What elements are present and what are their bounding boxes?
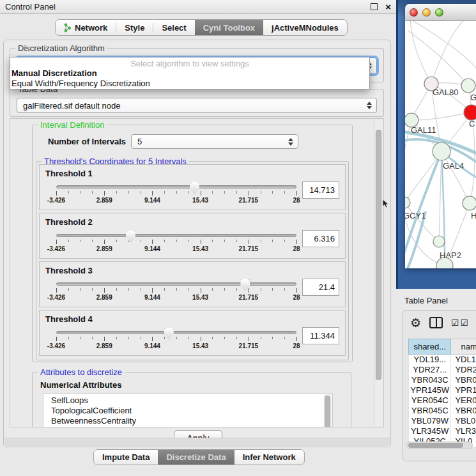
node-label: GCY1 [405, 211, 426, 220]
table-row[interactable]: YBR043CYBR0 [409, 375, 476, 385]
tick-mark [224, 240, 225, 242]
threshold-value-field[interactable]: 21.4 [302, 279, 339, 296]
number-of-intervals-combobox[interactable]: 5 [131, 134, 298, 149]
table-row[interactable]: YLR345WYLR3 [409, 426, 476, 436]
tick-label: 21.715 [239, 245, 259, 252]
tick-mark [81, 191, 81, 194]
tab-label: Network [75, 23, 107, 33]
tab-discretize-data[interactable]: Discretize Data [158, 450, 234, 464]
tick-mark [152, 288, 153, 293]
tab-select[interactable]: Select [153, 20, 194, 35]
table-row[interactable]: YDR27...YDR2 [409, 365, 476, 375]
tick-mark [212, 191, 213, 194]
tick-label: 21.715 [239, 197, 259, 204]
tick-mark [201, 288, 201, 293]
tick-mark [56, 288, 57, 293]
tick-mark [92, 288, 93, 291]
slider-track[interactable] [56, 331, 296, 334]
table-row[interactable]: YDL19...YDL1 [409, 355, 476, 365]
slider-track[interactable] [56, 282, 296, 286]
dropdown-item-manual-discretization[interactable]: Manual Discretization [10, 68, 369, 79]
float-window-icon[interactable] [371, 3, 378, 10]
threshold-label: Threshold 4 [45, 314, 93, 324]
minimize-traffic-light-icon[interactable] [422, 8, 431, 17]
gear-icon[interactable]: ⚙ [410, 317, 421, 329]
tick-mark [284, 337, 285, 339]
table-row[interactable]: YBR045CYBR0 [409, 406, 476, 416]
attributes-list-scrollbar[interactable] [324, 394, 332, 427]
network-node[interactable] [461, 79, 475, 93]
dropdown-item-equal-width-frequency[interactable]: Equal Width/Frequency Discretization [10, 79, 369, 89]
network-node[interactable] [405, 197, 410, 208]
threshold-slider[interactable]: -3.4262.8599.14415.4321.71528 [56, 185, 296, 207]
threshold-slider[interactable]: -3.4262.8599.14415.4321.71528 [56, 234, 296, 256]
panel-vertical-scrollbar[interactable] [374, 119, 383, 426]
attribute-list-item[interactable]: BetweennessCentrality [43, 416, 332, 426]
slider-tick-labels: -3.4262.8599.14415.4321.71528 [56, 294, 296, 302]
tab-style[interactable]: Style [116, 20, 153, 35]
top-tab-bar: NetworkStyleSelectCyni ToolboxjActiveMNo… [55, 19, 348, 36]
tab-jactivemnodules[interactable]: jActiveMNodules [263, 20, 347, 35]
tab-impute-data[interactable]: Impute Data [94, 450, 158, 464]
table-row[interactable]: YBL079WYBL0 [409, 416, 476, 426]
tick-mark [224, 191, 225, 194]
tick-mark [176, 191, 177, 194]
table-row[interactable]: YPR145WYPR1 [409, 385, 476, 395]
tick-mark [236, 240, 237, 242]
table-column-header[interactable]: shared... [409, 339, 451, 355]
network-node[interactable] [433, 142, 450, 160]
network-canvas[interactable]: GAL80GACGAL11GAL4GCY1HHAP2 [405, 21, 476, 268]
scrollbar-thumb[interactable] [376, 130, 381, 380]
interval-definition-label: Interval Definition [38, 120, 107, 130]
zoom-traffic-light-icon[interactable] [435, 8, 443, 17]
threshold-slider[interactable]: -3.4262.8599.14415.4321.71528 [56, 331, 296, 353]
table-cell: YLR345W [409, 426, 451, 436]
tab-network[interactable]: Network [56, 20, 116, 35]
table-cell: YBR0 [451, 375, 476, 385]
table-column-header[interactable]: name [451, 339, 476, 355]
tick-mark [104, 191, 105, 196]
close-icon[interactable]: × [385, 2, 391, 12]
tick-mark [249, 240, 249, 244]
table-cell: YPR145W [409, 385, 451, 395]
split-columns-icon[interactable] [429, 317, 443, 328]
select-columns-checkboxes-icon[interactable]: ☑☑ [451, 318, 470, 328]
slider-track[interactable] [56, 185, 296, 188]
tick-mark [141, 240, 141, 242]
table-data-combobox[interactable]: galFiltered.sif default node [17, 98, 377, 113]
attribute-list-item[interactable]: SelfLoops [43, 395, 332, 406]
tick-mark [261, 288, 261, 291]
dropdown-prompt-item[interactable]: Select algorithm to view settings [10, 58, 369, 68]
threshold-slider[interactable]: -3.4262.8599.14415.4321.71528 [56, 282, 296, 304]
threshold-value-field[interactable]: 6.316 [302, 230, 339, 247]
scrollbar-thumb[interactable] [325, 395, 330, 427]
tab-infer-network[interactable]: Infer Network [234, 450, 304, 464]
thresholds-group: Threshold's Coordinates for 5 Intervals … [36, 161, 349, 360]
tab-cyni-toolbox[interactable]: Cyni Toolbox [195, 20, 263, 35]
node-attribute-table: shared...name YDL19...YDL1YDR27...YDR2YB… [408, 339, 476, 447]
threshold-value-field[interactable]: 11.344 [302, 327, 339, 344]
number-of-intervals-value: 5 [137, 137, 142, 146]
tick-mark [92, 191, 93, 194]
table-horizontal-scrollbar[interactable] [406, 441, 473, 449]
attribute-list-item[interactable]: TopologicalCoefficient [43, 406, 332, 416]
tick-mark [68, 337, 69, 339]
slider-tick-labels: -3.4262.8599.14415.4321.71528 [56, 342, 296, 350]
combo-arrows-icon [367, 102, 372, 109]
threshold-value-field[interactable]: 14.713 [302, 181, 339, 199]
numerical-attributes-list[interactable]: SelfLoopsTopologicalCoefficientBetweenne… [43, 393, 333, 427]
tick-mark [261, 337, 261, 339]
network-node[interactable] [433, 236, 445, 247]
network-edge [431, 21, 466, 84]
tick-mark [236, 191, 237, 194]
tick-label: -3.426 [47, 342, 65, 349]
close-traffic-light-icon[interactable] [410, 8, 418, 17]
table-cell: YBR045C [409, 406, 451, 416]
network-node[interactable] [464, 105, 476, 120]
tick-mark [164, 191, 165, 194]
network-node[interactable] [463, 196, 476, 210]
table-row[interactable]: YER054CYER0 [409, 395, 476, 406]
tick-mark [201, 240, 201, 244]
scrollbar-thumb[interactable] [408, 443, 463, 448]
slider-track[interactable] [56, 234, 296, 237]
